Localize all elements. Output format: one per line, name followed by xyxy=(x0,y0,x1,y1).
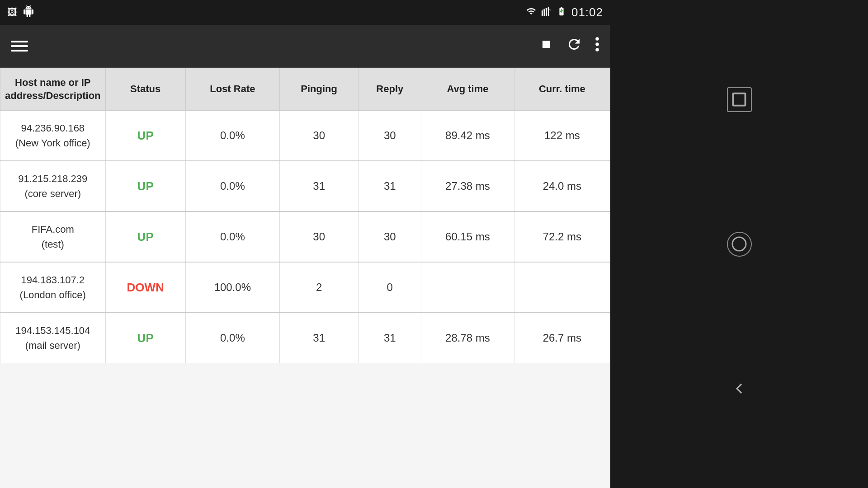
cell-host: 194.153.145.104(mail server) xyxy=(0,313,106,363)
cell-reply: 30 xyxy=(359,211,421,262)
svg-rect-1 xyxy=(544,9,545,16)
image-icon: 🖼 xyxy=(7,7,17,19)
battery-icon xyxy=(556,6,567,19)
table-row[interactable]: 91.215.218.239(core server) UP 0.0% 31 3… xyxy=(0,161,610,211)
svg-point-6 xyxy=(595,42,599,46)
cell-curr-time: 24.0 ms xyxy=(514,161,610,211)
table-row[interactable]: 94.236.90.168(New York office) UP 0.0% 3… xyxy=(0,111,610,161)
cell-reply: 30 xyxy=(359,111,421,161)
time-display: 01:02 xyxy=(571,5,603,19)
recent-apps-button[interactable] xyxy=(727,87,752,112)
table-row[interactable]: 194.153.145.104(mail server) UP 0.0% 31 … xyxy=(0,313,610,363)
cell-lost-rate: 0.0% xyxy=(185,313,279,363)
cell-host: FIFA.com(test) xyxy=(0,211,106,262)
cell-curr-time xyxy=(514,262,610,313)
col-avg-time: Avg time xyxy=(421,68,514,111)
back-button[interactable] xyxy=(727,376,752,401)
stop-button[interactable] xyxy=(539,37,553,55)
cell-lost-rate: 0.0% xyxy=(185,161,279,211)
table-header-row: Host name or IPaddress/Description Statu… xyxy=(0,68,610,111)
svg-point-9 xyxy=(732,237,746,251)
device-frame: 🖼 xyxy=(0,0,610,488)
cell-lost-rate: 0.0% xyxy=(185,211,279,262)
cell-status: UP xyxy=(105,161,185,211)
nav-buttons-panel xyxy=(610,0,868,488)
col-reply: Reply xyxy=(359,68,421,111)
refresh-button[interactable] xyxy=(566,36,582,56)
col-curr-time: Curr. time xyxy=(514,68,610,111)
svg-rect-3 xyxy=(548,6,549,16)
android-icon xyxy=(23,5,34,20)
home-button[interactable] xyxy=(727,232,752,257)
col-lost-rate: Lost Rate xyxy=(185,68,279,111)
cell-host: 91.215.218.239(core server) xyxy=(0,161,106,211)
cell-pinging: 31 xyxy=(279,313,358,363)
cell-avg-time: 89.42 ms xyxy=(421,111,514,161)
cell-avg-time: 28.78 ms xyxy=(421,313,514,363)
cell-pinging: 31 xyxy=(279,161,358,211)
cell-status: UP xyxy=(105,313,185,363)
status-bar: 🖼 xyxy=(0,0,610,25)
cell-curr-time: 26.7 ms xyxy=(514,313,610,363)
cell-reply: 31 xyxy=(359,313,421,363)
cell-avg-time: 60.15 ms xyxy=(421,211,514,262)
more-options-button[interactable] xyxy=(595,36,599,56)
status-bar-left: 🖼 xyxy=(7,5,34,20)
table-body: 94.236.90.168(New York office) UP 0.0% 3… xyxy=(0,111,610,363)
action-bar xyxy=(0,25,610,68)
status-bar-right: 01:02 xyxy=(525,5,603,19)
cell-status: DOWN xyxy=(105,262,185,313)
svg-rect-2 xyxy=(546,8,547,16)
cell-avg-time xyxy=(421,262,514,313)
svg-point-5 xyxy=(595,37,599,41)
cell-status: UP xyxy=(105,111,185,161)
cell-pinging: 30 xyxy=(279,111,358,161)
table-row[interactable]: 194.183.107.2(London office) DOWN 100.0%… xyxy=(0,262,610,313)
signal-icon xyxy=(542,6,552,19)
cell-lost-rate: 0.0% xyxy=(185,111,279,161)
cell-pinging: 30 xyxy=(279,211,358,262)
col-host: Host name or IPaddress/Description xyxy=(0,68,106,111)
cell-lost-rate: 100.0% xyxy=(185,262,279,313)
table-row[interactable]: FIFA.com(test) UP 0.0% 30 30 60.15 ms 72… xyxy=(0,211,610,262)
cell-avg-time: 27.38 ms xyxy=(421,161,514,211)
cell-curr-time: 122 ms xyxy=(514,111,610,161)
hamburger-menu[interactable] xyxy=(11,41,28,52)
svg-rect-8 xyxy=(733,94,745,106)
cell-reply: 31 xyxy=(359,161,421,211)
svg-rect-4 xyxy=(542,41,550,48)
cell-pinging: 2 xyxy=(279,262,358,313)
cell-host: 194.183.107.2(London office) xyxy=(0,262,106,313)
ping-table: Host name or IPaddress/Description Statu… xyxy=(0,68,610,363)
wifi-icon xyxy=(525,6,537,19)
cell-reply: 0 xyxy=(359,262,421,313)
col-status: Status xyxy=(105,68,185,111)
action-bar-right xyxy=(539,36,599,56)
cell-curr-time: 72.2 ms xyxy=(514,211,610,262)
ping-table-container: Host name or IPaddress/Description Statu… xyxy=(0,68,610,488)
cell-status: UP xyxy=(105,211,185,262)
col-pinging: Pinging xyxy=(279,68,358,111)
svg-point-7 xyxy=(595,48,599,52)
svg-rect-0 xyxy=(542,10,543,16)
cell-host: 94.236.90.168(New York office) xyxy=(0,111,106,161)
